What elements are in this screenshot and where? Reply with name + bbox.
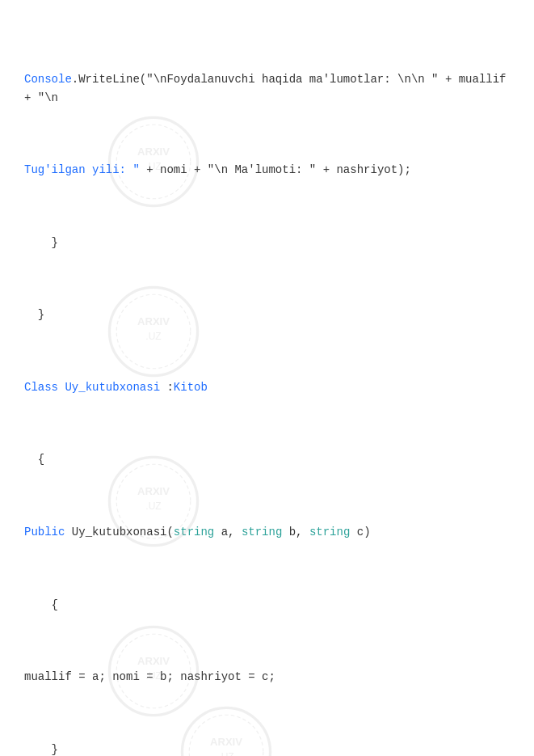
base-class-kitob: Kitob <box>174 381 208 394</box>
code-line-8: { <box>24 596 510 614</box>
writeline-call: .WriteLine("\nFoydalanuvchi haqida ma'lu… <box>24 73 513 103</box>
code-line-1: Console.WriteLine("\nFoydalanuvchi haqid… <box>24 70 510 107</box>
string-type-a: string <box>174 526 214 538</box>
console-keyword: Console <box>24 73 72 86</box>
code-line-2: Tug'ilgan yili: " + nomi + "\n Ma'lumoti… <box>24 161 510 179</box>
public-keyword: Public <box>24 526 65 538</box>
string-type-b: string <box>242 526 282 538</box>
class-uy-kutubxonasi: Uy_kutubxonasi <box>65 381 160 394</box>
assignment-line: muallif = a; nomi = b; nashriyot = c; <box>24 670 275 683</box>
code-line-9: muallif = a; nomi = b; nashriyot = c; <box>24 668 510 686</box>
code-container: Console.WriteLine("\nFoydalanuvchi haqid… <box>24 16 510 756</box>
code-line-7: Public Uy_kutubxonasi(string a, string b… <box>24 523 510 541</box>
code-line-5: Class Uy_kutubxonasi :Kitob <box>24 378 510 396</box>
code-line-3: } <box>24 234 510 251</box>
class-keyword: Class <box>24 381 58 394</box>
code-line-10: } <box>24 741 510 756</box>
code-line-6: { <box>24 450 510 468</box>
tug-ilgan-label: Tug'ilgan yili: " <box>24 163 140 176</box>
code-line-4: } <box>24 306 510 323</box>
string-type-c: string <box>309 526 350 538</box>
nomi-concat: + nomi + "\n Ma'lumoti: " + nashriyot); <box>140 163 411 176</box>
